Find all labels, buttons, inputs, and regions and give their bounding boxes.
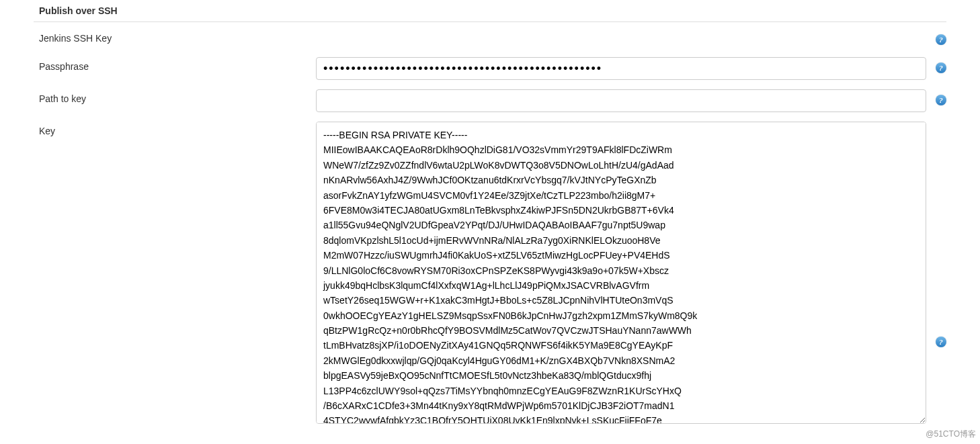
help-icon[interactable]: ? [936,337,946,347]
passphrase-label: Passphrase [34,57,316,76]
help-icon[interactable]: ? [936,34,946,45]
jenkins-ssh-key-row: Jenkins SSH Key ? [34,29,946,48]
watermark: @51CTO博客 [926,429,976,433]
help-icon[interactable]: ? [936,62,946,73]
help-icon[interactable]: ? [936,95,946,105]
section-title: Publish over SSH [34,0,946,22]
path-to-key-row: Path to key ? [34,89,946,112]
key-textarea[interactable]: -----BEGIN RSA PRIVATE KEY----- MIIEowIB… [316,122,926,424]
path-to-key-input[interactable] [316,89,926,112]
path-to-key-label: Path to key [34,89,316,108]
key-label: Key [34,122,316,140]
jenkins-ssh-key-label: Jenkins SSH Key [34,29,316,48]
passphrase-row: Passphrase ? [34,57,946,80]
key-row: Key -----BEGIN RSA PRIVATE KEY----- MIIE… [34,122,946,424]
passphrase-input[interactable] [316,57,926,80]
